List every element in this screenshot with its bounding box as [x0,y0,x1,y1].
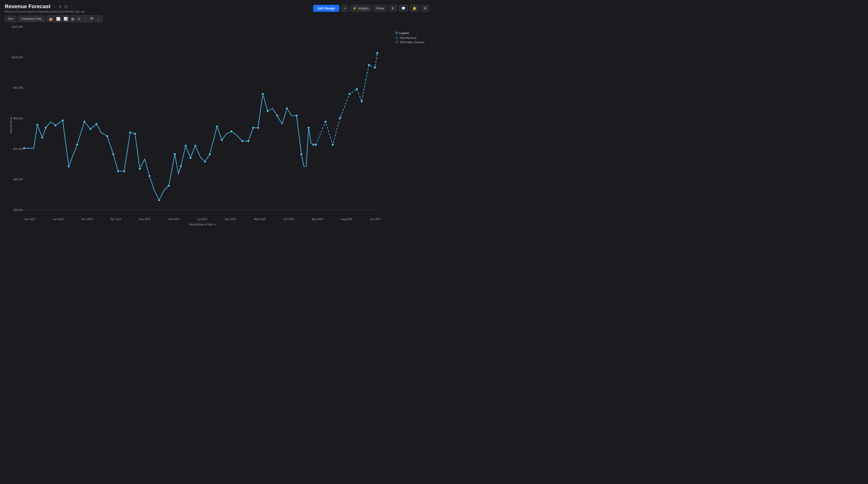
data-point [230,130,233,133]
data-point [194,144,196,147]
y-label-115k: $115,000 [6,25,23,28]
data-point [312,143,315,146]
table-icon[interactable]: ⊞ [77,17,81,21]
legend: ☑ Legend ☑ Total Revenue ☑ Total Sales, … [396,31,424,45]
data-point [189,157,192,159]
x-label-nov2022: Nov 2022 [82,218,93,221]
more-charts-icon[interactable]: ⋮ [96,17,101,21]
page-title: Revenue Forecast [5,3,51,10]
refresh-icon[interactable]: ↻ [59,4,62,9]
legend-checkbox-icon[interactable]: ☑ [396,31,398,35]
data-point [257,127,259,129]
y-label-75k: $75,000 [6,148,23,151]
x-axis-title[interactable]: Month&Year of Date ∨ [24,223,381,226]
data-point [241,140,244,142]
data-point [134,133,136,135]
data-point [36,124,38,126]
data-point [41,136,43,138]
data-point [76,143,79,146]
forecast-point [355,88,358,90]
data-point [167,184,170,187]
data-point [112,153,115,156]
header: Revenue Forecast ☆ ↻ ⊟ ⋮ Revenue Forecas… [0,0,434,14]
forecast-point [348,93,351,95]
chart-inner: $115,000 $105,000 $95,000 $85,000 $75,00… [24,27,381,210]
data-point [83,121,86,123]
comment-button[interactable]: 💬 [399,5,408,12]
data-point [267,110,269,112]
data-point [247,140,250,142]
data-point [44,127,47,129]
revenue-line [24,94,316,200]
map-icon[interactable]: 🗺 [89,17,94,21]
more-icon[interactable]: ⋮ [70,4,74,9]
share-button[interactable]: Share [373,5,387,12]
x-label-mar2026: Mar 2026 [312,218,323,221]
save-icon[interactable]: ⊟ [64,4,67,9]
data-point [216,125,218,128]
forecast-point [361,100,363,102]
data-point [286,107,288,110]
chart-type-selector: 🥧 📈 📊 ▦ ⊞ ⁛ 🗺 ⋮ [46,15,102,22]
y-label-95k: $95,000 [6,86,23,89]
star-icon[interactable]: ☆ [53,4,56,9]
data-point [300,153,303,156]
title-row: Revenue Forecast ☆ ↻ ⊟ ⋮ [5,3,85,10]
data-point [148,175,151,177]
header-left: Revenue Forecast ☆ ↻ ⊟ ⋮ Revenue Forecas… [5,3,85,13]
data-point [61,119,64,122]
data-point [23,147,25,150]
x-label-sep2023: Sep 2023 [139,218,151,221]
forecast-point [374,66,376,69]
data-point [261,93,264,95]
line-chart-icon[interactable]: 📈 [56,17,61,21]
legend-check-revenue[interactable]: ☑ [396,36,398,39]
underlying-data-button[interactable]: Underlying Data [18,16,45,22]
forecast-line [316,53,377,144]
x-label-jun2022: Jun 2022 [53,218,64,221]
x-label-oct2025: Oct 2025 [283,218,294,221]
export-button[interactable]: ⬆ [389,5,397,12]
data-point [184,144,187,147]
x-axis-labels: Jan 2022 Jun 2022 Nov 2022 Apr 2023 Sep … [24,218,381,221]
sort-button[interactable]: Sort [5,16,17,22]
legend-check-forecast[interactable]: ☑ [396,40,398,44]
x-label-feb2024: Feb 2024 [168,218,179,221]
data-point [123,170,125,172]
forecast-point [376,52,378,54]
data-point [117,170,119,172]
data-point [180,165,182,167]
chart-svg: .data-line { fill: none; stroke: #4fc3f7… [24,27,381,210]
pie-chart-icon[interactable]: 🥧 [48,17,54,21]
legend-item-forecast: ☑ Total Sales, Forecast [396,40,424,44]
x-label-dec2024: Dec 2024 [225,218,236,221]
add-button[interactable]: + [341,5,348,12]
data-point [138,167,141,170]
scatter-icon[interactable]: ⁛ [83,17,87,21]
insights-icon: ⚡ [353,6,356,10]
edit-design-button[interactable]: Edit Design [313,5,339,12]
bar-chart-icon[interactable]: 📊 [63,17,68,21]
chart-area: Total Revenue › $115,000 $105,000 $95,00… [5,24,429,227]
insights-button[interactable]: ⚡ Insights [350,5,371,12]
x-label-may2025: May 2025 [254,218,266,221]
bar-outline-icon[interactable]: ▦ [70,17,75,21]
alert-button[interactable]: 🔔 [410,5,419,12]
y-label-105k: $105,000 [6,56,23,59]
data-point [54,124,57,127]
x-label-jan2022: Jan 2022 [24,218,35,221]
data-point [307,127,310,129]
data-point [276,115,278,117]
data-point [106,135,108,137]
toolbar: Sort Underlying Data 🥧 📈 📊 ▦ ⊞ ⁛ 🗺 ⋮ [0,14,434,24]
data-point [252,127,254,129]
data-point [67,165,70,167]
data-point [158,199,160,201]
data-point [174,153,176,156]
data-point [95,123,98,125]
settings-button[interactable]: ⚙ [421,5,429,12]
x-label-jan2027: Jan 2027 [370,218,381,221]
legend-title: ☑ Legend [396,31,424,35]
y-label-55k: $55,000 [6,208,23,212]
forecast-point [368,64,370,66]
